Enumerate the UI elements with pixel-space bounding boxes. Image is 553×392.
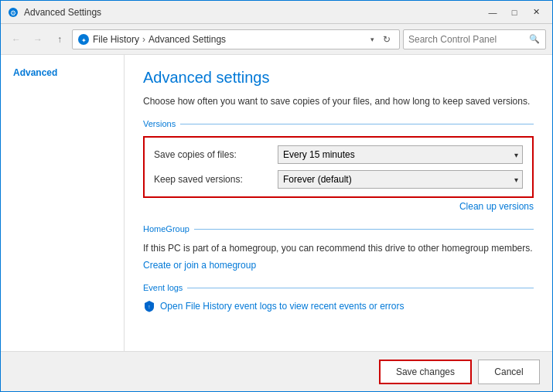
- save-copies-select-wrapper: Every 15 minutes Every 10 minutes Every …: [278, 145, 523, 164]
- homegroup-section: HomeGroup If this PC is part of a homegr…: [143, 224, 534, 271]
- address-dropdown-button[interactable]: ▾: [367, 34, 377, 45]
- cancel-button[interactable]: Cancel: [478, 360, 540, 384]
- shield-icon: !: [143, 300, 155, 312]
- page-description: Choose how often you want to save copies…: [143, 94, 534, 108]
- svg-text:⚙: ⚙: [10, 9, 16, 17]
- homegroup-description: If this PC is part of a homegroup, you c…: [143, 241, 534, 255]
- clean-up-link[interactable]: Clean up versions: [143, 201, 534, 212]
- window-title: Advanced Settings: [24, 7, 483, 18]
- window-icon: ⚙: [7, 6, 19, 19]
- keep-versions-select[interactable]: Forever (default) 1 month 3 months 6 mon…: [278, 170, 523, 189]
- address-bar: ✦ File History › Advanced Settings ▾ ↻: [72, 29, 400, 49]
- keep-versions-label: Keep saved versions:: [154, 174, 278, 185]
- eventlogs-header: Event logs: [143, 283, 534, 292]
- save-copies-row: Save copies of files: Every 15 minutes E…: [154, 145, 523, 164]
- versions-section: Versions Save copies of files: Every 15 …: [143, 119, 534, 212]
- eventlogs-row: ! Open File History event logs to view r…: [143, 300, 534, 312]
- search-input[interactable]: [408, 34, 525, 45]
- search-box: 🔍: [403, 29, 546, 49]
- main-content: Advanced settings Choose how often you w…: [125, 55, 552, 351]
- main-window: ⚙ Advanced Settings — □ ✕ ← → ↑ ✦ File H…: [0, 0, 553, 392]
- eventlogs-link[interactable]: Open File History event logs to view rec…: [160, 301, 404, 312]
- svg-text:!: !: [148, 304, 150, 310]
- keep-versions-select-wrapper: Forever (default) 1 month 3 months 6 mon…: [278, 170, 523, 189]
- refresh-button[interactable]: ↻: [379, 32, 394, 47]
- save-copies-label: Save copies of files:: [154, 149, 278, 160]
- back-button[interactable]: ←: [7, 30, 26, 49]
- create-homegroup-link[interactable]: Create or join a homegroup: [143, 260, 256, 271]
- minimize-button[interactable]: —: [483, 5, 503, 20]
- content-area: Advanced Advanced settings Choose how of…: [1, 55, 552, 351]
- close-button[interactable]: ✕: [526, 5, 546, 20]
- maximize-button[interactable]: □: [504, 5, 524, 20]
- address-icon: ✦: [77, 33, 90, 46]
- svg-text:✦: ✦: [81, 37, 87, 44]
- keep-versions-row: Keep saved versions: Forever (default) 1…: [154, 170, 523, 189]
- window-controls: — □ ✕: [483, 5, 546, 20]
- save-changes-button[interactable]: Save changes: [379, 360, 472, 384]
- page-title: Advanced settings: [143, 69, 534, 87]
- forward-button[interactable]: →: [29, 30, 47, 49]
- up-button[interactable]: ↑: [50, 30, 69, 49]
- homegroup-header: HomeGroup: [143, 224, 534, 233]
- title-bar: ⚙ Advanced Settings — □ ✕: [1, 1, 552, 24]
- eventlogs-section: Event logs ! Open File History event log…: [143, 283, 534, 312]
- nav-item-advanced[interactable]: Advanced: [1, 63, 124, 83]
- navigation-bar: ← → ↑ ✦ File History › Advanced Settings…: [1, 24, 552, 55]
- breadcrumb: File History › Advanced Settings: [93, 34, 364, 45]
- versions-box: Save copies of files: Every 15 minutes E…: [143, 136, 534, 198]
- bottom-bar: Save changes Cancel: [1, 351, 552, 391]
- breadcrumb-filehistory[interactable]: File History: [93, 34, 139, 45]
- breadcrumb-separator: ›: [142, 34, 145, 45]
- versions-header: Versions: [143, 119, 534, 128]
- search-icon-button[interactable]: 🔍: [528, 33, 541, 46]
- left-nav: Advanced: [1, 55, 125, 351]
- save-copies-select[interactable]: Every 15 minutes Every 10 minutes Every …: [278, 145, 523, 164]
- address-controls: ▾ ↻: [367, 32, 394, 47]
- breadcrumb-advanced[interactable]: Advanced Settings: [148, 34, 226, 45]
